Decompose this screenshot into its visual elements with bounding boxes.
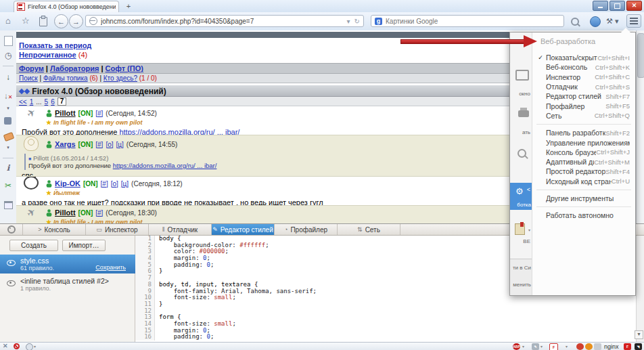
breadcrumb-lab-link[interactable]: Лаборатория <box>50 64 99 72</box>
caret-down-icon[interactable]: ▾ <box>566 344 568 349</box>
breadcrumb-forum-link[interactable]: Форум <box>19 64 44 72</box>
search-input[interactable] <box>384 17 560 26</box>
post-anchor-link[interactable]: [#] <box>95 209 103 217</box>
caret-down-icon[interactable]: ▾ <box>540 344 543 349</box>
close-button[interactable]: ✕ <box>626 1 642 11</box>
menu-item-5[interactable]: ПрофайлерShift+F5 <box>532 101 635 110</box>
messenger-icon[interactable] <box>590 16 601 27</box>
google-icon[interactable]: g <box>375 18 382 25</box>
menu-item-8[interactable]: Панель разработкиShift+F2 <box>532 128 635 137</box>
menu-item-6[interactable]: СетьCtrl+Shift+Q <box>532 111 635 121</box>
developer-tools-icon[interactable]: ⚒ ▾ <box>606 17 618 26</box>
search-topic-link[interactable]: Поиск <box>19 74 38 82</box>
pagination-item[interactable]: << <box>19 98 27 106</box>
signin-label-fragment[interactable]: ти в Си <box>513 265 531 271</box>
menu-item-12[interactable]: Простой редактор JavaScriptShift+F4 <box>532 167 635 176</box>
menu-item-13[interactable]: Исходный код страницыCtrl+U <box>532 177 635 186</box>
devtools-settings-button[interactable] <box>0 224 23 235</box>
clipboard-icon[interactable] <box>39 17 47 26</box>
menu-item-4[interactable]: Редактор стилейShift+F7 <box>532 91 635 101</box>
forward-button[interactable]: → <box>69 14 83 28</box>
devtools-tab-profiler[interactable]: ◔Профайлер <box>275 224 338 235</box>
search-box[interactable]: g <box>371 15 564 27</box>
post-author[interactable]: Kip-OK <box>55 179 80 188</box>
menu-item-9[interactable]: Управление приложениями <box>532 137 635 147</box>
menu-item-3[interactable]: ОтладчикCtrl+Shift+S <box>532 82 635 91</box>
post-link[interactable]: https://addons.mozilla.org/ru/ ... ibar/ <box>119 128 239 135</box>
browser-tab[interactable]: Firefox 4.0 (Обзор нововведени... <box>14 1 119 12</box>
post-quote-link[interactable]: [ц] <box>116 141 124 148</box>
post-author[interactable]: Pillott <box>55 209 76 217</box>
site-identity-icon[interactable] <box>89 17 97 25</box>
stylish-brush-icon[interactable]: ◥ <box>635 343 642 350</box>
visibility-eye-icon[interactable] <box>7 260 16 266</box>
topic-files-link[interactable]: Файлы топика <box>43 74 88 82</box>
devtools-tab-debugger[interactable]: ‖Отладчик <box>149 224 212 235</box>
screenshot-addon-icon[interactable]: ✎ <box>532 343 539 350</box>
menu-button[interactable] <box>626 14 641 28</box>
web-developer-panel-item[interactable]: ⚙ < ботка <box>510 183 532 210</box>
timer-addon-icon[interactable] <box>585 343 593 350</box>
quote-link[interactable]: https://addons.mozilla.org/ru/ ... ibar/ <box>113 162 217 169</box>
maximize-button[interactable] <box>610 1 625 11</box>
show-period-link[interactable]: Показать за период <box>19 41 91 49</box>
addon-icon[interactable] <box>594 343 601 350</box>
create-stylesheet-button[interactable]: Создать <box>9 240 58 251</box>
eraser-icon[interactable] <box>3 132 15 141</box>
menu-item-1[interactable]: Веб-консольCtrl+Shift+K <box>532 62 635 72</box>
new-tab-button[interactable]: + <box>123 2 134 10</box>
statusbar-close-icon[interactable]: ✕ <box>3 343 8 349</box>
editor-scrollbar[interactable]: ▼ <box>636 236 644 342</box>
stylesheet-item-selected[interactable]: style.css 61 правило. Сохранить <box>0 255 135 274</box>
save-stylesheet-link[interactable]: Сохранить <box>95 264 126 271</box>
download-icon[interactable]: ↓ <box>0 72 16 82</box>
back-button[interactable]: ← <box>54 14 68 28</box>
pagination-current-page[interactable]: 7 <box>58 97 67 106</box>
url-text[interactable]: johncms.com/forum/index.php?id=404350&pa… <box>101 18 347 25</box>
flashgot-icon[interactable]: F <box>549 343 558 350</box>
home-icon[interactable]: ⌂ <box>5 16 11 26</box>
post-author[interactable]: Pillott <box>55 109 76 117</box>
scrollbar-thumb[interactable] <box>637 33 644 78</box>
post-anchor-link[interactable]: [#] <box>95 141 103 148</box>
devtools-tab-console[interactable]: >Консоль <box>23 224 86 235</box>
pagination-item[interactable]: 1 <box>30 98 34 106</box>
post-reply-link[interactable]: [о] <box>106 141 113 148</box>
blocked-content-icon[interactable] <box>14 343 20 349</box>
page-scrollbar[interactable] <box>636 30 644 223</box>
post-quote-link[interactable]: [ц] <box>121 180 129 188</box>
menu-item-2[interactable]: ИнспекторCtrl+Shift+C <box>532 72 635 82</box>
menu-item-17[interactable]: Работать автономно <box>532 211 635 220</box>
devtools-tab-style-editor[interactable]: ✎Редактор стилей <box>212 224 275 235</box>
stylesheet-item[interactable]: <inline таблица стилей #2> 1 правило. <box>0 275 135 292</box>
unread-link[interactable]: Непрочитанное <box>19 51 76 59</box>
pagination-item[interactable]: 6 <box>51 98 55 106</box>
menu-item-0[interactable]: ✓Показать/скрыть инстру…Ctrl+Shift+I <box>532 53 635 62</box>
url-bar[interactable]: johncms.com/forum/index.php?id=404350&pa… <box>85 15 364 27</box>
history-clock-icon[interactable]: ◷ <box>0 51 16 60</box>
post-anchor-link[interactable]: [#] <box>101 180 108 188</box>
find-icon[interactable] <box>518 149 526 158</box>
scroll-down-arrow-icon[interactable]: ▼ <box>635 330 643 339</box>
search-icon[interactable] <box>571 18 579 26</box>
customize-label-fragment[interactable]: менить <box>513 282 531 288</box>
session-manager-icon[interactable] <box>576 343 584 350</box>
pagination-item[interactable]: 5 <box>45 98 49 106</box>
print-icon[interactable] <box>518 110 529 117</box>
url-dropdown-icon[interactable]: ▾ <box>347 18 350 25</box>
reload-icon[interactable]: ↻ <box>354 18 360 25</box>
caret-down-icon[interactable]: ▾ <box>522 344 524 349</box>
save-page-icon[interactable] <box>515 223 525 235</box>
import-stylesheet-button[interactable]: Импорт… <box>62 240 106 251</box>
adblock-abp-icon[interactable]: ABP <box>513 343 520 350</box>
menu-item-15[interactable]: Другие инструменты <box>532 194 635 203</box>
minimize-button[interactable] <box>593 1 608 11</box>
caret-down-icon[interactable]: ▾ <box>0 104 16 113</box>
post-anchor-link[interactable]: [#] <box>95 110 103 117</box>
post-author[interactable]: Xargs <box>55 140 76 148</box>
post-reply-link[interactable]: [о] <box>111 180 118 188</box>
devtools-tab-inspector[interactable]: ▭Инспектор <box>86 224 149 235</box>
bookmark-star-icon[interactable]: ☆ <box>22 16 30 26</box>
flash-addon-icon[interactable]: F <box>624 343 631 350</box>
devtools-tab-network[interactable]: ⇅Сеть <box>338 224 400 235</box>
